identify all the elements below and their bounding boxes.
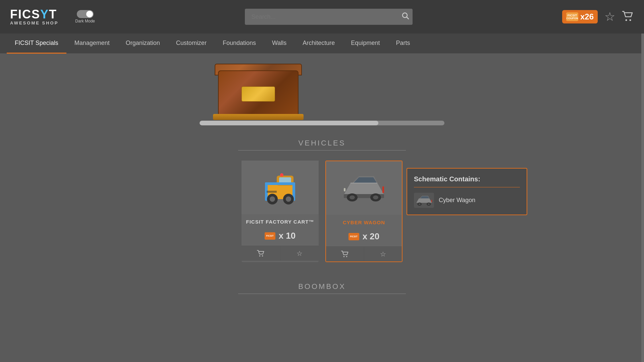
cyber-wagon-price-icon: FICSIT — [348, 233, 359, 240]
svg-point-38 — [428, 203, 430, 205]
cyber-wagon-actions: ☆ — [326, 246, 402, 261]
factory-cart-price-amount: x 10 — [279, 231, 296, 241]
vehicles-divider — [238, 150, 406, 150]
featured-display — [196, 60, 448, 117]
schematic-popup-title: Schematic Contains: — [414, 175, 520, 187]
progress-bar-fill — [200, 121, 378, 125]
cyber-wagon-buy-button[interactable] — [326, 247, 364, 261]
cart-button[interactable] — [622, 11, 634, 23]
svg-point-29 — [343, 256, 345, 257]
product-card-cyber-wagon[interactable]: CYBER WAGON FICSIT x 20 ☆ — [325, 161, 402, 262]
svg-point-25 — [373, 195, 378, 199]
product-card-factory-cart[interactable]: FICSIT FACTORY CART™ FICSIT x 10 ☆ — [241, 161, 319, 262]
boombox-divider — [238, 294, 406, 294]
svg-point-16 — [259, 255, 261, 257]
svg-rect-9 — [265, 182, 295, 185]
boombox-section: BOOMBOX — [0, 272, 644, 311]
header-right: FICSIT COUPON x26 ☆ — [562, 10, 634, 23]
cart-add-icon-2 — [341, 251, 348, 257]
progress-bar — [200, 121, 444, 125]
toggle-knob — [86, 11, 93, 17]
logo-subtitle: AWESOME SHOP — [10, 20, 58, 25]
wooden-box-body — [218, 70, 299, 117]
wooden-box-base — [213, 114, 304, 120]
svg-rect-14 — [267, 191, 277, 193]
wooden-box — [216, 60, 300, 117]
schematic-popup: Schematic Contains: — [407, 168, 527, 215]
coupon-badge: FICSIT COUPON x26 — [562, 10, 598, 23]
scrollbar-track[interactable] — [641, 34, 644, 362]
svg-rect-39 — [431, 200, 432, 202]
svg-point-36 — [418, 203, 420, 205]
svg-point-15 — [280, 173, 283, 177]
schematic-item-vehicle-icon — [415, 194, 433, 207]
svg-point-17 — [262, 255, 263, 257]
tab-customizer[interactable]: Customizer — [168, 34, 215, 54]
cyber-wagon-wishlist-button[interactable]: ☆ — [364, 247, 402, 261]
schematic-item-name: Cyber Wagon — [439, 197, 475, 204]
svg-marker-18 — [344, 183, 384, 195]
boombox-title: BOOMBOX — [298, 282, 346, 291]
schematic-item-icon — [414, 193, 434, 208]
factory-cart-buy-button[interactable] — [241, 246, 280, 261]
search-area — [105, 9, 552, 25]
svg-point-3 — [630, 19, 631, 21]
nav-tabs: FICSIT Specials Management Organization … — [0, 34, 644, 54]
featured-item — [0, 54, 644, 129]
cyber-wagon-image-area — [326, 161, 402, 215]
coupon-icon: FICSIT COUPON — [566, 12, 578, 21]
svg-point-23 — [350, 195, 355, 199]
factory-cart-image-area — [241, 161, 319, 214]
search-input[interactable] — [245, 9, 413, 25]
svg-rect-27 — [344, 188, 345, 191]
dark-mode-label: Dark Mode — [75, 19, 95, 23]
tab-organization[interactable]: Organization — [118, 34, 168, 54]
tab-equipment[interactable]: Equipment — [343, 34, 388, 54]
tab-architecture[interactable]: Architecture — [294, 34, 343, 54]
svg-point-2 — [626, 19, 627, 21]
cyber-wagon-image — [340, 171, 387, 205]
factory-cart-price: FICSIT x 10 — [241, 227, 319, 246]
cart-add-icon — [257, 250, 264, 257]
wooden-box-plaque — [241, 86, 275, 102]
svg-marker-31 — [416, 198, 432, 203]
svg-rect-26 — [382, 186, 384, 193]
factory-cart-price-icon: FICSIT — [265, 232, 275, 240]
wishlist-button[interactable]: ☆ — [604, 11, 615, 23]
logo-area: FICSYT AWESOME SHOP — [10, 8, 58, 25]
factory-cart-actions: ☆ — [241, 246, 319, 261]
factory-cart-image — [258, 166, 302, 209]
svg-line-1 — [407, 17, 409, 19]
tab-parts[interactable]: Parts — [388, 34, 418, 54]
schematic-item: Cyber Wagon — [414, 193, 520, 208]
dark-mode-switch[interactable] — [77, 10, 94, 18]
cart-icon — [622, 11, 634, 21]
dark-mode-toggle[interactable]: Dark Mode — [75, 10, 95, 23]
tab-walls[interactable]: Walls — [264, 34, 294, 54]
tab-foundations[interactable]: Foundations — [215, 34, 264, 54]
coupon-count: x26 — [580, 12, 594, 21]
tab-management[interactable]: Management — [66, 34, 118, 54]
svg-point-30 — [346, 256, 347, 257]
vehicles-section-header: VEHICLES — [0, 129, 644, 154]
header: FICSYT AWESOME SHOP Dark Mode FICSIT COU… — [0, 0, 644, 34]
factory-cart-name: FICSIT FACTORY CART™ — [241, 214, 319, 227]
boombox-section-header: BOOMBOX — [0, 272, 644, 297]
cyber-wagon-price: FICSIT x 20 — [326, 228, 402, 246]
main-content: VEHICLES — [0, 54, 644, 362]
svg-point-13 — [286, 196, 291, 202]
search-button[interactable] — [402, 12, 409, 21]
vehicles-cards-row: FICSIT FACTORY CART™ FICSIT x 10 ☆ — [0, 154, 644, 272]
tab-ficsit-specials[interactable]: FICSIT Specials — [7, 34, 66, 54]
search-wrapper — [245, 9, 413, 25]
cyber-wagon-name: CYBER WAGON — [326, 215, 402, 228]
vehicles-title: VEHICLES — [299, 139, 346, 147]
cyber-wagon-price-amount: x 20 — [363, 231, 380, 242]
svg-point-11 — [270, 196, 275, 202]
logo-text: FICSYT — [10, 8, 57, 20]
search-icon — [402, 12, 409, 20]
factory-cart-wishlist-button[interactable]: ☆ — [280, 246, 319, 261]
